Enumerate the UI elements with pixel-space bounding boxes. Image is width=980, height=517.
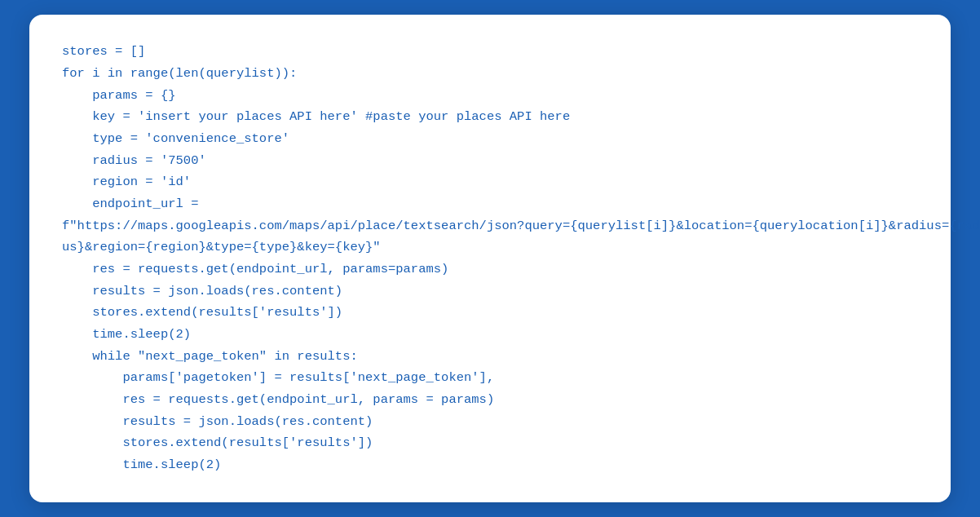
code-line: region = 'id': [62, 171, 918, 193]
code-line: key = 'insert your places API here' #pas…: [62, 106, 918, 128]
code-line: f"https://maps.googleapis.com/maps/api/p…: [62, 215, 918, 237]
code-line: params = {}: [62, 85, 918, 107]
code-line: radius = '7500': [62, 150, 918, 172]
code-line: params['pagetoken'] = results['next_page…: [62, 367, 918, 389]
code-line: endpoint_url =: [62, 193, 918, 215]
code-line: res = requests.get(endpoint_url, params=…: [62, 258, 918, 281]
code-line: time.sleep(2): [62, 454, 918, 476]
code-card: stores = []for i in range(len(querylist)…: [29, 15, 951, 502]
code-line: res = requests.get(endpoint_url, params …: [62, 389, 918, 411]
code-line: stores.extend(results['results']): [62, 302, 918, 324]
code-line: time.sleep(2): [62, 324, 918, 346]
code-block: stores = []for i in range(len(querylist)…: [62, 41, 918, 475]
code-line: us}&region={region}&type={type}&key={key…: [62, 236, 918, 258]
code-line: stores = []: [62, 41, 918, 63]
code-line: type = 'convenience_store': [62, 128, 918, 150]
code-line: for i in range(len(querylist)):: [62, 63, 918, 85]
code-line: stores.extend(results['results']): [62, 432, 918, 454]
code-line: results = json.loads(res.content): [62, 281, 918, 303]
code-line: while "next_page_token" in results:: [62, 346, 918, 368]
code-line: results = json.loads(res.content): [62, 411, 918, 433]
